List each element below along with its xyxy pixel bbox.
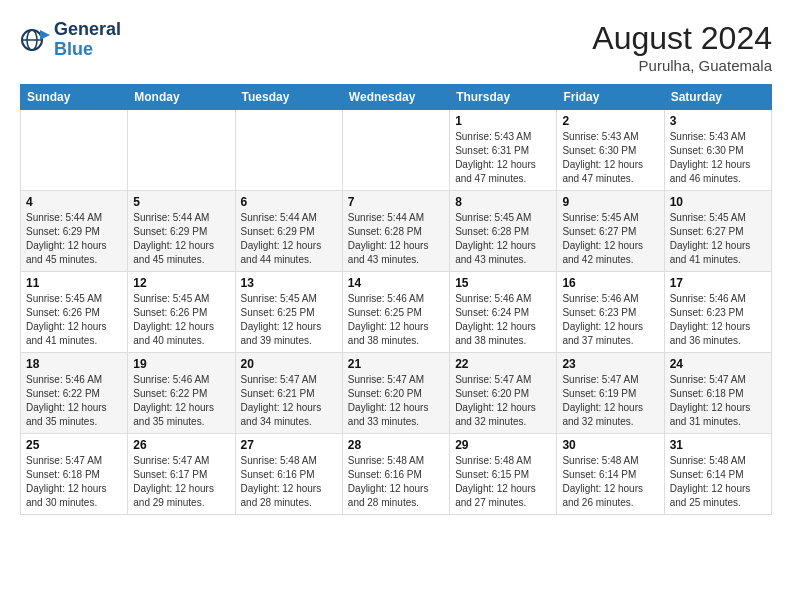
day-info: Sunrise: 5:47 AM Sunset: 6:20 PM Dayligh… xyxy=(455,373,551,429)
day-number: 5 xyxy=(133,195,229,209)
day-info: Sunrise: 5:46 AM Sunset: 6:22 PM Dayligh… xyxy=(26,373,122,429)
day-number: 8 xyxy=(455,195,551,209)
logo-text: General Blue xyxy=(54,20,121,60)
day-number: 24 xyxy=(670,357,766,371)
calendar-cell: 14Sunrise: 5:46 AM Sunset: 6:25 PM Dayli… xyxy=(342,272,449,353)
calendar-cell: 12Sunrise: 5:45 AM Sunset: 6:26 PM Dayli… xyxy=(128,272,235,353)
day-number: 28 xyxy=(348,438,444,452)
calendar-cell xyxy=(342,110,449,191)
day-number: 9 xyxy=(562,195,658,209)
calendar-cell: 24Sunrise: 5:47 AM Sunset: 6:18 PM Dayli… xyxy=(664,353,771,434)
calendar-cell: 6Sunrise: 5:44 AM Sunset: 6:29 PM Daylig… xyxy=(235,191,342,272)
weekday-header-monday: Monday xyxy=(128,85,235,110)
day-number: 11 xyxy=(26,276,122,290)
day-number: 10 xyxy=(670,195,766,209)
logo: General Blue xyxy=(20,20,121,60)
day-info: Sunrise: 5:46 AM Sunset: 6:22 PM Dayligh… xyxy=(133,373,229,429)
calendar-cell: 19Sunrise: 5:46 AM Sunset: 6:22 PM Dayli… xyxy=(128,353,235,434)
day-info: Sunrise: 5:45 AM Sunset: 6:26 PM Dayligh… xyxy=(26,292,122,348)
calendar-cell: 4Sunrise: 5:44 AM Sunset: 6:29 PM Daylig… xyxy=(21,191,128,272)
weekday-header-friday: Friday xyxy=(557,85,664,110)
calendar-cell: 8Sunrise: 5:45 AM Sunset: 6:28 PM Daylig… xyxy=(450,191,557,272)
day-number: 4 xyxy=(26,195,122,209)
location-subtitle: Purulha, Guatemala xyxy=(592,57,772,74)
day-number: 30 xyxy=(562,438,658,452)
page-header: General Blue August 2024 Purulha, Guatem… xyxy=(20,20,772,74)
calendar-cell: 2Sunrise: 5:43 AM Sunset: 6:30 PM Daylig… xyxy=(557,110,664,191)
title-block: August 2024 Purulha, Guatemala xyxy=(592,20,772,74)
weekday-header-thursday: Thursday xyxy=(450,85,557,110)
day-info: Sunrise: 5:45 AM Sunset: 6:27 PM Dayligh… xyxy=(562,211,658,267)
calendar-cell: 28Sunrise: 5:48 AM Sunset: 6:16 PM Dayli… xyxy=(342,434,449,515)
calendar-cell: 21Sunrise: 5:47 AM Sunset: 6:20 PM Dayli… xyxy=(342,353,449,434)
day-info: Sunrise: 5:46 AM Sunset: 6:24 PM Dayligh… xyxy=(455,292,551,348)
day-info: Sunrise: 5:43 AM Sunset: 6:31 PM Dayligh… xyxy=(455,130,551,186)
weekday-header-saturday: Saturday xyxy=(664,85,771,110)
day-info: Sunrise: 5:47 AM Sunset: 6:19 PM Dayligh… xyxy=(562,373,658,429)
logo-icon xyxy=(20,25,50,55)
calendar-cell xyxy=(128,110,235,191)
day-info: Sunrise: 5:44 AM Sunset: 6:29 PM Dayligh… xyxy=(241,211,337,267)
calendar-cell: 7Sunrise: 5:44 AM Sunset: 6:28 PM Daylig… xyxy=(342,191,449,272)
week-row-4: 18Sunrise: 5:46 AM Sunset: 6:22 PM Dayli… xyxy=(21,353,772,434)
day-number: 22 xyxy=(455,357,551,371)
day-info: Sunrise: 5:43 AM Sunset: 6:30 PM Dayligh… xyxy=(670,130,766,186)
calendar-cell: 1Sunrise: 5:43 AM Sunset: 6:31 PM Daylig… xyxy=(450,110,557,191)
weekday-header-wednesday: Wednesday xyxy=(342,85,449,110)
day-number: 14 xyxy=(348,276,444,290)
day-number: 18 xyxy=(26,357,122,371)
day-info: Sunrise: 5:44 AM Sunset: 6:29 PM Dayligh… xyxy=(133,211,229,267)
calendar-cell: 18Sunrise: 5:46 AM Sunset: 6:22 PM Dayli… xyxy=(21,353,128,434)
weekday-header-sunday: Sunday xyxy=(21,85,128,110)
day-number: 16 xyxy=(562,276,658,290)
calendar-cell: 26Sunrise: 5:47 AM Sunset: 6:17 PM Dayli… xyxy=(128,434,235,515)
day-info: Sunrise: 5:46 AM Sunset: 6:23 PM Dayligh… xyxy=(562,292,658,348)
day-number: 23 xyxy=(562,357,658,371)
weekday-header-tuesday: Tuesday xyxy=(235,85,342,110)
calendar-cell xyxy=(21,110,128,191)
day-number: 3 xyxy=(670,114,766,128)
week-row-3: 11Sunrise: 5:45 AM Sunset: 6:26 PM Dayli… xyxy=(21,272,772,353)
calendar-cell: 25Sunrise: 5:47 AM Sunset: 6:18 PM Dayli… xyxy=(21,434,128,515)
day-number: 19 xyxy=(133,357,229,371)
calendar-cell: 23Sunrise: 5:47 AM Sunset: 6:19 PM Dayli… xyxy=(557,353,664,434)
calendar-cell: 29Sunrise: 5:48 AM Sunset: 6:15 PM Dayli… xyxy=(450,434,557,515)
day-info: Sunrise: 5:45 AM Sunset: 6:25 PM Dayligh… xyxy=(241,292,337,348)
calendar-cell: 13Sunrise: 5:45 AM Sunset: 6:25 PM Dayli… xyxy=(235,272,342,353)
day-number: 1 xyxy=(455,114,551,128)
week-row-2: 4Sunrise: 5:44 AM Sunset: 6:29 PM Daylig… xyxy=(21,191,772,272)
day-number: 7 xyxy=(348,195,444,209)
day-info: Sunrise: 5:47 AM Sunset: 6:20 PM Dayligh… xyxy=(348,373,444,429)
day-number: 26 xyxy=(133,438,229,452)
day-info: Sunrise: 5:43 AM Sunset: 6:30 PM Dayligh… xyxy=(562,130,658,186)
calendar-cell: 9Sunrise: 5:45 AM Sunset: 6:27 PM Daylig… xyxy=(557,191,664,272)
calendar-cell: 16Sunrise: 5:46 AM Sunset: 6:23 PM Dayli… xyxy=(557,272,664,353)
calendar-table: SundayMondayTuesdayWednesdayThursdayFrid… xyxy=(20,84,772,515)
day-info: Sunrise: 5:47 AM Sunset: 6:17 PM Dayligh… xyxy=(133,454,229,510)
week-row-5: 25Sunrise: 5:47 AM Sunset: 6:18 PM Dayli… xyxy=(21,434,772,515)
calendar-cell: 20Sunrise: 5:47 AM Sunset: 6:21 PM Dayli… xyxy=(235,353,342,434)
calendar-cell: 10Sunrise: 5:45 AM Sunset: 6:27 PM Dayli… xyxy=(664,191,771,272)
day-number: 13 xyxy=(241,276,337,290)
day-info: Sunrise: 5:48 AM Sunset: 6:16 PM Dayligh… xyxy=(348,454,444,510)
calendar-cell: 15Sunrise: 5:46 AM Sunset: 6:24 PM Dayli… xyxy=(450,272,557,353)
calendar-cell: 17Sunrise: 5:46 AM Sunset: 6:23 PM Dayli… xyxy=(664,272,771,353)
calendar-cell: 31Sunrise: 5:48 AM Sunset: 6:14 PM Dayli… xyxy=(664,434,771,515)
day-info: Sunrise: 5:46 AM Sunset: 6:23 PM Dayligh… xyxy=(670,292,766,348)
day-number: 29 xyxy=(455,438,551,452)
day-info: Sunrise: 5:47 AM Sunset: 6:18 PM Dayligh… xyxy=(670,373,766,429)
day-info: Sunrise: 5:48 AM Sunset: 6:14 PM Dayligh… xyxy=(562,454,658,510)
day-info: Sunrise: 5:47 AM Sunset: 6:21 PM Dayligh… xyxy=(241,373,337,429)
day-number: 21 xyxy=(348,357,444,371)
weekday-header-row: SundayMondayTuesdayWednesdayThursdayFrid… xyxy=(21,85,772,110)
day-number: 27 xyxy=(241,438,337,452)
day-number: 2 xyxy=(562,114,658,128)
svg-marker-4 xyxy=(40,30,50,40)
day-info: Sunrise: 5:48 AM Sunset: 6:14 PM Dayligh… xyxy=(670,454,766,510)
day-number: 17 xyxy=(670,276,766,290)
calendar-cell: 27Sunrise: 5:48 AM Sunset: 6:16 PM Dayli… xyxy=(235,434,342,515)
day-number: 20 xyxy=(241,357,337,371)
month-year-title: August 2024 xyxy=(592,20,772,57)
logo-line1: General xyxy=(54,20,121,40)
day-info: Sunrise: 5:45 AM Sunset: 6:27 PM Dayligh… xyxy=(670,211,766,267)
